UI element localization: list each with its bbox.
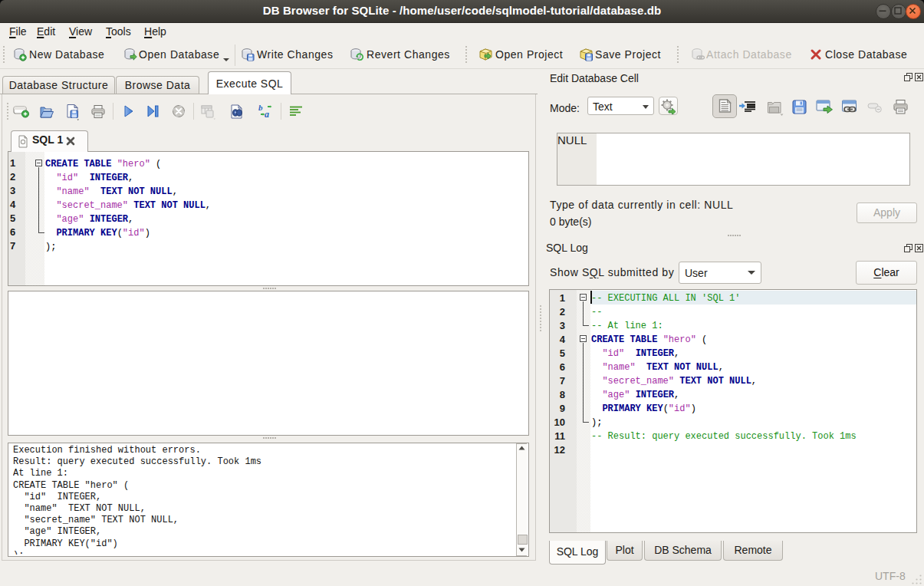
svg-text:a: a: [265, 109, 269, 119]
svg-text:b: b: [258, 104, 263, 112]
